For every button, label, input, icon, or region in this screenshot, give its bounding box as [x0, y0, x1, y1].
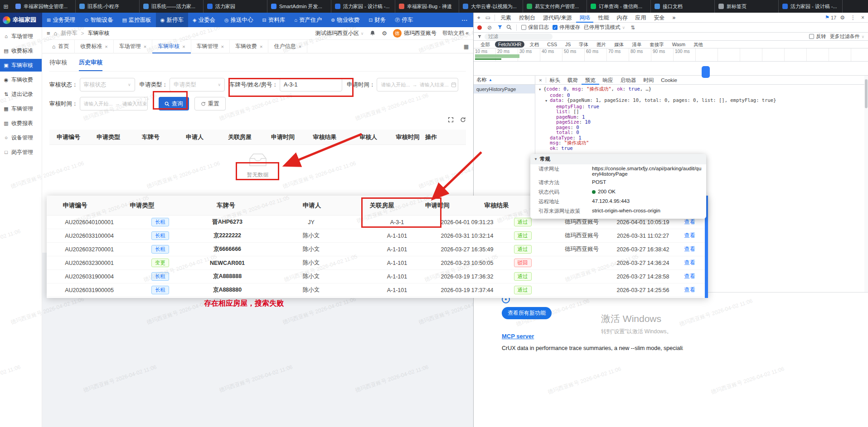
close-tab-icon[interactable] — [182, 43, 185, 50]
devtools-tab[interactable]: 网络 — [576, 13, 593, 23]
table-row[interactable]: AU2026033100004 长租 京2222222 陈小文 A-1-101 … — [47, 229, 708, 243]
browser-tab[interactable]: 活力家园 - 设计稿 -... — [331, 0, 395, 13]
devtools-scrollbar[interactable] — [864, 76, 868, 292]
table-row[interactable]: AU2026031900004 长租 京A888888 陈小文 A-1-101 … — [47, 270, 708, 283]
workspace-tab[interactable]: 车辆收费 — [230, 40, 268, 53]
sidebar-item[interactable]: ◉ 车辆收费 — [0, 73, 42, 86]
request-type-chip[interactable]: 清单 — [629, 41, 645, 48]
sidebar-item[interactable]: ▦ 车辆管理 — [0, 102, 42, 115]
devtools-close-icon[interactable]: × — [859, 14, 866, 21]
top-nav-item[interactable]: ◎ 推送中心 — [220, 13, 258, 27]
request-detail-tab[interactable]: 载荷 — [564, 76, 582, 85]
browser-tab[interactable]: 活力家园 - 设计稿 -... — [779, 0, 843, 13]
help-doc-link[interactable]: 帮助文档 « — [442, 29, 469, 37]
request-type-chip[interactable]: Fetch/XHR — [495, 41, 524, 48]
devtools-tab[interactable]: 安全 — [650, 13, 668, 23]
more-filters-dropdown[interactable]: 更多过滤条件 ∨ — [829, 33, 864, 40]
audit-sub-tab[interactable]: 历史审核 — [79, 53, 102, 71]
devtools-tab[interactable]: 内存 — [613, 13, 630, 23]
top-nav-item[interactable]: ⊡ 财务 — [364, 13, 390, 27]
network-request-row[interactable]: queryHistoryPage — [474, 85, 535, 94]
request-type-chip[interactable]: 媒体 — [611, 41, 627, 48]
close-tab-icon[interactable] — [298, 43, 301, 50]
top-nav-item[interactable]: ⊛ 物业收费 — [326, 13, 364, 27]
request-type-chip[interactable]: Wasm — [669, 41, 689, 48]
sidebar-item[interactable]: ▤ 收费标准 — [0, 44, 42, 57]
sidebar-item[interactable]: ⇅ 进出记录 — [0, 88, 42, 101]
collapse-sidebar-icon[interactable]: ≡ — [47, 30, 50, 37]
view-link[interactable]: 查看 — [684, 273, 695, 279]
request-type-chip[interactable]: 文档 — [526, 41, 542, 48]
request-list-header[interactable]: 名称 ▲ — [474, 76, 535, 85]
view-link[interactable]: 查看 — [684, 232, 695, 239]
close-tab-icon[interactable] — [221, 43, 224, 50]
tree-expand-icon[interactable]: ▼ — [545, 99, 550, 104]
issues-badge[interactable]: ⚑ 17 — [825, 14, 836, 20]
request-type-chip[interactable]: 图片 — [593, 41, 609, 48]
view-link[interactable]: 查看 — [684, 219, 695, 225]
browser-tab[interactable]: 活力家园 — [204, 0, 267, 13]
devtools-tab[interactable]: 元素 — [497, 13, 514, 23]
browser-tab[interactable]: 新标签页 — [715, 0, 779, 13]
settings-gear-icon[interactable]: ⚙ — [382, 30, 387, 37]
request-detail-tab[interactable]: 时间 — [640, 76, 657, 85]
browser-tab[interactable]: 大华云睿-以视频为... — [459, 0, 523, 13]
refresh-table-icon[interactable] — [460, 117, 466, 124]
inspect-element-icon[interactable]: ⌖ — [475, 14, 482, 21]
sidebar-item[interactable]: ○ 设备管理 — [0, 131, 42, 144]
devtools-tab[interactable]: 控制台 — [516, 13, 538, 23]
see-all-new-features-button[interactable]: 查看所有新功能 — [502, 307, 552, 319]
request-detail-tab[interactable]: 标头 — [546, 76, 564, 85]
request-type-chip[interactable]: 其他 — [690, 41, 706, 48]
request-type-chip[interactable]: CSS — [544, 41, 560, 48]
sidebar-item[interactable]: ▣ 车辆审核 — [0, 59, 42, 72]
audit-time-range-picker[interactable]: 请输入开始... → 请输入结束... — [80, 97, 148, 110]
browser-tab[interactable]: SmartAdmin 开发... — [267, 0, 331, 13]
view-link[interactable]: 查看 — [684, 246, 695, 252]
network-timeline[interactable]: 10 ms20 ms30 ms40 ms50 ms60 ms70 ms80 ms… — [474, 48, 868, 62]
app-logo[interactable]: 幸福家园 — [0, 13, 42, 27]
sidebar-item[interactable]: ⌂ 车场管理 — [0, 30, 42, 43]
home-icon[interactable]: ⌂ — [54, 30, 58, 37]
browser-tab[interactable]: 易宝支付商户管理... — [523, 0, 587, 13]
close-tab-icon[interactable] — [105, 43, 107, 50]
devtools-settings-icon[interactable]: ⚙ — [838, 14, 847, 21]
top-nav-item[interactable]: ⊞ 业务受理 — [42, 13, 80, 27]
close-detail-pane-icon[interactable]: × — [535, 77, 546, 83]
browser-tab[interactable]: 旧系统——活力家... — [140, 0, 204, 13]
top-nav-item[interactable]: ▤ 监控面板 — [117, 13, 155, 27]
invert-filter-checkbox[interactable]: 反转 — [809, 33, 826, 40]
nav-more-icon[interactable]: ⋯ — [456, 13, 473, 27]
browser-tab[interactable]: 订单查询 - 微信商... — [587, 0, 651, 13]
preserve-log-checkbox[interactable]: 保留日志 — [521, 24, 549, 31]
request-detail-tab[interactable]: 响应 — [599, 76, 617, 85]
fullscreen-icon[interactable] — [448, 117, 454, 124]
request-type-chip[interactable]: 套接字 — [646, 41, 667, 48]
tab-grid-icon[interactable]: ⊞ — [0, 3, 12, 10]
disable-cache-checkbox[interactable]: 停用缓存 — [553, 24, 580, 31]
top-nav-item[interactable]: ⊙ 智能设备 — [80, 13, 117, 27]
workspace-tab[interactable]: 住户信息 — [268, 40, 307, 53]
table-row[interactable]: AU2026031900005 长租 京A888880 陈小文 A-1-101 … — [47, 283, 708, 297]
network-filter-input[interactable]: 过滤 — [485, 34, 553, 40]
workspace-tab[interactable]: 车场管理 — [114, 40, 152, 53]
filter-funnel-icon[interactable] — [497, 24, 503, 31]
top-nav-item[interactable]: ⌂ 资产住户 — [290, 13, 326, 27]
top-nav-item[interactable]: ⊟ 资料库 — [258, 13, 290, 27]
top-nav-item[interactable]: Ⓟ 停车 — [390, 13, 417, 27]
workspace-tab[interactable]: 车辆审核 — [152, 40, 191, 53]
keyword-input[interactable]: A-3-1 — [280, 78, 342, 91]
view-link[interactable]: 查看 — [684, 259, 695, 266]
browser-tab[interactable]: 幸福家园-Bug - 禅道 — [395, 0, 459, 13]
audit-sub-tab[interactable]: 待审核 — [49, 53, 67, 71]
breadcrumb-root[interactable]: 新停车 — [61, 29, 77, 37]
request-type-chip[interactable]: 字体 — [576, 41, 592, 48]
devtools-tab[interactable]: 性能 — [595, 13, 612, 23]
table-row[interactable]: AU2026032300001 变更 NEWCAR001 陈小文 A-1-101… — [47, 256, 708, 270]
workspace-tab[interactable]: ⌂ 首页 — [47, 40, 75, 53]
reset-button[interactable]: 重置 — [194, 97, 226, 110]
query-button[interactable]: 查询 — [159, 97, 189, 110]
close-tab-icon[interactable] — [260, 43, 262, 50]
top-nav-item[interactable]: ◈ 业委会 — [188, 13, 220, 27]
tab-layout-grid-icon[interactable]: ▦ — [464, 43, 469, 50]
